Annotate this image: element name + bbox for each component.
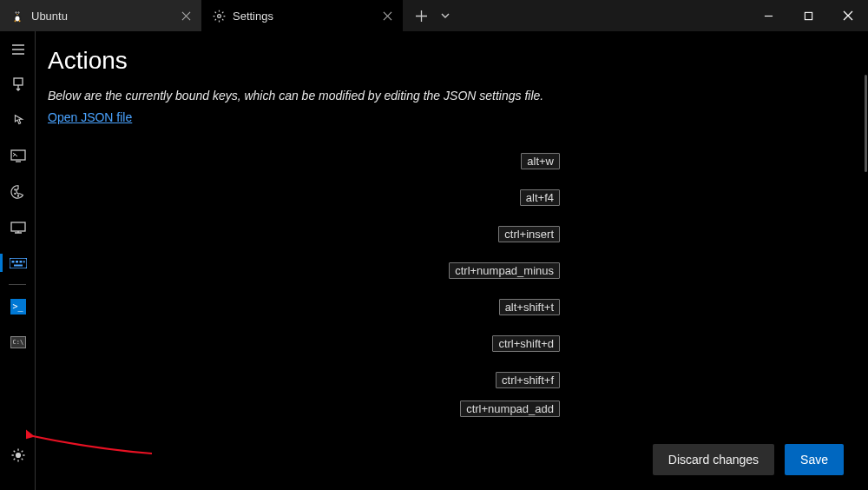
sidebar-item-appearance[interactable] bbox=[0, 138, 36, 174]
scrollbar[interactable] bbox=[865, 75, 867, 172]
sidebar-profile-powershell[interactable]: >_ bbox=[0, 288, 36, 324]
sidebar-profile-cmd[interactable]: C:\ bbox=[0, 324, 36, 360]
svg-point-3 bbox=[16, 12, 16, 13]
svg-rect-19 bbox=[23, 261, 25, 263]
tab-title: Ubuntu bbox=[31, 10, 179, 23]
svg-rect-17 bbox=[16, 261, 18, 263]
gear-icon bbox=[212, 9, 226, 23]
svg-rect-16 bbox=[11, 261, 14, 263]
sidebar: >_ C:\ bbox=[0, 31, 36, 490]
tab-settings[interactable]: Settings bbox=[201, 0, 403, 31]
svg-rect-10 bbox=[11, 150, 25, 160]
hotkey-badge: alt+shift+t bbox=[499, 299, 560, 315]
svg-point-4 bbox=[18, 12, 19, 13]
powershell-icon: >_ bbox=[10, 299, 26, 315]
sidebar-item-startup[interactable] bbox=[0, 67, 36, 103]
svg-point-13 bbox=[16, 195, 18, 196]
action-row[interactable]: alt+shift+t Duplicate pane bbox=[48, 288, 845, 325]
action-row[interactable]: ctrl+insert Copy text bbox=[48, 215, 845, 252]
page-title: Actions bbox=[48, 47, 845, 75]
tab-ubuntu[interactable]: Ubuntu bbox=[0, 0, 201, 31]
svg-point-7 bbox=[217, 14, 220, 17]
new-tab-button[interactable] bbox=[407, 0, 435, 31]
svg-point-12 bbox=[14, 192, 16, 194]
sidebar-item-actions[interactable] bbox=[0, 245, 36, 281]
svg-point-11 bbox=[14, 189, 16, 190]
sidebar-divider bbox=[9, 284, 26, 285]
maximize-button[interactable] bbox=[788, 0, 828, 31]
tab-close-button[interactable] bbox=[179, 9, 193, 23]
action-row[interactable]: alt+f4 Close window bbox=[48, 179, 845, 215]
tab-close-button[interactable] bbox=[380, 9, 394, 23]
action-row[interactable]: ctrl+shift+f Find bbox=[48, 361, 845, 398]
window-controls bbox=[748, 0, 868, 31]
sidebar-item-colorschemes[interactable] bbox=[0, 174, 36, 209]
page-subtitle: Below are the currently bound keys, whic… bbox=[48, 89, 845, 103]
action-row[interactable]: ctrl+numpad_add Increase font size bbox=[48, 398, 845, 419]
action-row[interactable]: ctrl+shift+d Duplicate tab bbox=[48, 325, 845, 361]
save-button[interactable]: Save bbox=[785, 444, 844, 475]
svg-rect-8 bbox=[805, 12, 812, 19]
sidebar-item-rendering[interactable] bbox=[0, 209, 36, 245]
sidebar-item-interaction[interactable] bbox=[0, 103, 36, 138]
title-bar: Ubuntu Settings bbox=[0, 0, 868, 31]
svg-rect-14 bbox=[11, 222, 25, 231]
hotkey-badge: ctrl+numpad_add bbox=[460, 401, 560, 417]
action-list: alt+w Close pane alt+f4 Close window ctr… bbox=[48, 142, 845, 419]
hotkey-badge: alt+f4 bbox=[520, 189, 560, 206]
svg-rect-20 bbox=[14, 264, 23, 266]
close-window-button[interactable] bbox=[828, 0, 868, 31]
footer-bar: Discard changes Save bbox=[36, 429, 868, 490]
hotkey-badge: ctrl+insert bbox=[498, 226, 560, 242]
tux-icon bbox=[10, 9, 24, 23]
svg-rect-15 bbox=[10, 258, 27, 268]
discard-changes-button[interactable]: Discard changes bbox=[653, 444, 774, 475]
open-json-file-link[interactable]: Open JSON file bbox=[48, 110, 132, 124]
svg-point-21 bbox=[16, 453, 20, 457]
cmd-icon: C:\ bbox=[10, 336, 26, 348]
tab-title: Settings bbox=[233, 10, 380, 23]
svg-rect-9 bbox=[14, 78, 23, 85]
hotkey-badge: ctrl+shift+d bbox=[492, 335, 560, 352]
tab-dropdown-button[interactable] bbox=[435, 0, 456, 31]
action-row[interactable]: alt+w Close pane bbox=[48, 142, 845, 179]
content-panel: Actions Below are the currently bound ke… bbox=[36, 31, 868, 490]
minimize-button[interactable] bbox=[748, 0, 788, 31]
hotkey-badge: alt+w bbox=[521, 153, 560, 169]
settings-gear-button[interactable] bbox=[0, 437, 36, 473]
action-row[interactable]: ctrl+numpad_minus Decrease font size bbox=[48, 252, 845, 288]
hamburger-menu-button[interactable] bbox=[0, 31, 36, 67]
hotkey-badge: ctrl+numpad_minus bbox=[449, 262, 560, 279]
hotkey-badge: ctrl+shift+f bbox=[496, 372, 560, 388]
tab-controls bbox=[407, 0, 456, 31]
svg-rect-18 bbox=[19, 261, 22, 263]
